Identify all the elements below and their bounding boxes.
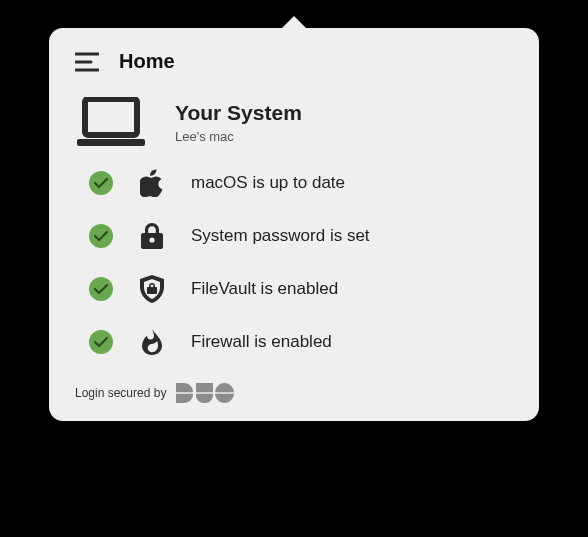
check-row-filevault: FileVault is enabled (89, 275, 513, 303)
status-ok-icon (89, 277, 113, 301)
status-ok-icon (89, 224, 113, 248)
status-ok-icon (89, 330, 113, 354)
popover-footer: Login secured by (75, 383, 513, 403)
laptop-icon (75, 97, 147, 147)
device-health-popover: Home Your System Lee's mac macOS (49, 28, 539, 421)
svg-point-5 (149, 237, 154, 242)
svg-rect-6 (196, 383, 213, 392)
popover-header: Home (75, 50, 513, 73)
footer-secured-text: Login secured by (75, 386, 166, 400)
check-label: Firewall is enabled (191, 332, 332, 352)
menu-icon[interactable] (75, 52, 99, 72)
fire-icon (137, 329, 167, 355)
check-label: System password is set (191, 226, 370, 246)
svg-rect-7 (215, 392, 234, 393)
page-title: Home (119, 50, 175, 73)
check-label: FileVault is enabled (191, 279, 338, 299)
status-ok-icon (89, 171, 113, 195)
check-label: macOS is up to date (191, 173, 345, 193)
system-summary: Your System Lee's mac (75, 91, 513, 169)
lock-icon (137, 223, 167, 249)
svg-rect-4 (77, 139, 145, 146)
system-subtitle: Lee's mac (175, 129, 302, 144)
apple-icon (137, 169, 167, 197)
check-row-password: System password is set (89, 223, 513, 249)
shield-icon (137, 275, 167, 303)
check-row-firewall: Firewall is enabled (89, 329, 513, 355)
svg-rect-3 (85, 99, 137, 135)
check-row-os: macOS is up to date (89, 169, 513, 197)
duo-logo-icon (176, 383, 234, 403)
health-checklist: macOS is up to date System password is s… (75, 169, 513, 355)
system-title: Your System (175, 101, 302, 125)
